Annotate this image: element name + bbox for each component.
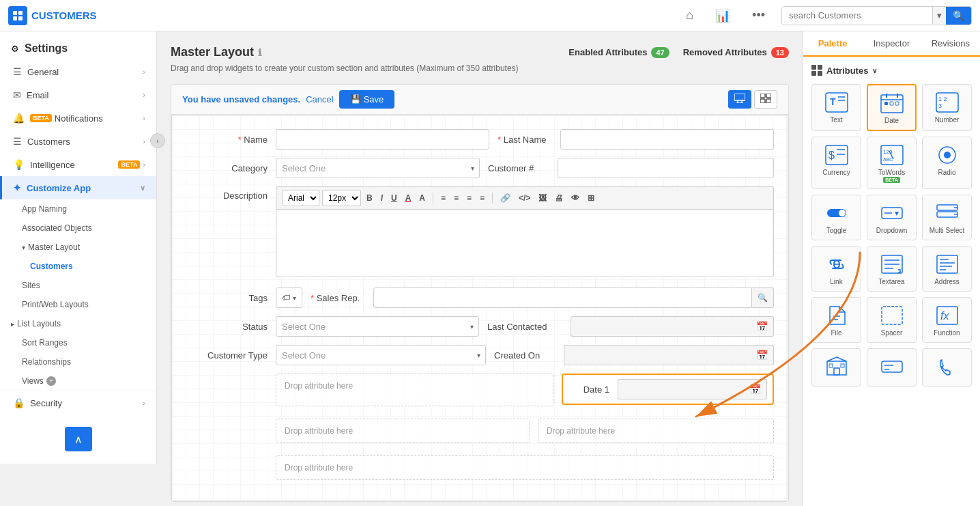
customer-num-input[interactable] bbox=[558, 158, 774, 178]
grid-view-button[interactable] bbox=[754, 90, 777, 109]
customer-type-select[interactable]: Select One bbox=[276, 345, 486, 365]
tab-palette[interactable]: Palette bbox=[803, 31, 862, 57]
search-input[interactable] bbox=[782, 7, 932, 24]
justify-button[interactable]: ≡ bbox=[477, 192, 487, 204]
palette-item-currency[interactable]: $ Currency bbox=[811, 137, 861, 189]
palette-item-dropdown[interactable]: Dropdown bbox=[867, 195, 917, 240]
calendar-icon-1[interactable]: 📅 bbox=[751, 316, 774, 337]
name-input[interactable] bbox=[276, 129, 489, 150]
svg-rect-15 bbox=[818, 71, 822, 76]
palette-item-extra2[interactable] bbox=[867, 348, 917, 386]
grid-icon bbox=[811, 65, 822, 76]
palette-item-spacer[interactable]: Spacer bbox=[867, 297, 917, 343]
date1-input[interactable] bbox=[618, 379, 744, 399]
sidebar-item-customers[interactable]: ☰ Customers › bbox=[0, 130, 156, 153]
link-button[interactable]: 🔗 bbox=[498, 192, 513, 204]
palette-item-toggle[interactable]: Toggle bbox=[811, 195, 861, 240]
palette-item-multiselect[interactable]: Multi Select bbox=[922, 195, 972, 240]
home-icon[interactable]: ⌂ bbox=[680, 5, 699, 25]
font-color-button[interactable]: A bbox=[403, 192, 414, 204]
calendar-icon-2[interactable]: 📅 bbox=[751, 345, 774, 365]
company-palette-icon bbox=[823, 354, 850, 379]
drop-zone-1[interactable]: Drop attribute here bbox=[276, 374, 553, 406]
last-contacted-label: Last Contacted bbox=[487, 322, 562, 332]
drop-zone-3[interactable]: Drop attribute here bbox=[538, 419, 774, 443]
cancel-button[interactable]: Cancel bbox=[306, 94, 333, 104]
align-right-button[interactable]: ≡ bbox=[464, 192, 474, 204]
search-button[interactable]: 🔍 bbox=[946, 7, 971, 25]
palette-item-number[interactable]: 1 23 Number bbox=[922, 84, 972, 131]
palette-item-link[interactable]: Link bbox=[811, 246, 861, 292]
sidebar-sub-relationships[interactable]: Relationships bbox=[0, 352, 156, 371]
sidebar-item-customize[interactable]: ✦ Customize App ∨ bbox=[0, 176, 156, 199]
palette-item-radio[interactable]: Radio bbox=[922, 137, 972, 189]
category-select[interactable]: Select One bbox=[276, 158, 480, 178]
code-button[interactable]: </> bbox=[516, 192, 533, 204]
attr-counts: Enabled Attributes 47 Removed Attributes… bbox=[568, 47, 789, 58]
sidebar-sub-customers[interactable]: Customers bbox=[0, 257, 156, 276]
palette-item-file[interactable]: File bbox=[811, 297, 861, 343]
views-plus-icon[interactable]: + bbox=[46, 376, 56, 386]
created-on-input[interactable] bbox=[564, 345, 751, 365]
palette-item-towords[interactable]: 123ABC ToWords BETA bbox=[867, 137, 917, 189]
italic-button[interactable]: I bbox=[378, 192, 386, 204]
last-name-input[interactable] bbox=[560, 129, 774, 150]
desktop-view-button[interactable] bbox=[728, 90, 751, 109]
last-contacted-input[interactable] bbox=[571, 316, 751, 337]
tab-inspector[interactable]: Inspector bbox=[862, 31, 921, 57]
status-select[interactable]: Select One bbox=[276, 316, 479, 337]
palette-item-address[interactable]: Address bbox=[922, 246, 972, 292]
scroll-up-button[interactable]: ∧ bbox=[65, 427, 92, 451]
bold-button[interactable]: B bbox=[364, 192, 375, 204]
sidebar-sub-associated-objects[interactable]: Associated Objects bbox=[0, 219, 156, 238]
sidebar-sub-master-layout[interactable]: ▾Master Layout bbox=[0, 238, 156, 257]
calendar-icon-3[interactable]: 📅 bbox=[744, 379, 767, 399]
save-button[interactable]: 💾 Save bbox=[339, 90, 395, 109]
palette-item-text[interactable]: T Text bbox=[811, 84, 861, 131]
palette-item-textarea[interactable]: Textarea bbox=[867, 246, 917, 292]
image-button[interactable]: 🖼 bbox=[536, 192, 549, 204]
align-left-button[interactable]: ≡ bbox=[438, 192, 448, 204]
sidebar-sub-sort-ranges[interactable]: Sort Ranges bbox=[0, 333, 156, 352]
table-button[interactable]: ⊞ bbox=[585, 192, 597, 204]
sidebar-sub-list-layouts[interactable]: ▸List Layouts bbox=[0, 314, 156, 333]
removed-label: Removed Attributes bbox=[683, 47, 767, 57]
sales-rep-input[interactable] bbox=[373, 287, 752, 308]
sidebar-sub-sites[interactable]: Sites bbox=[0, 276, 156, 295]
bg-color-button[interactable]: A bbox=[416, 192, 428, 204]
align-center-button[interactable]: ≡ bbox=[451, 192, 461, 204]
palette-item-function[interactable]: fx Function bbox=[922, 297, 972, 343]
app-logo[interactable]: CUSTOMERS bbox=[8, 6, 97, 25]
palette-item-phone[interactable] bbox=[922, 348, 972, 386]
sidebar-item-security[interactable]: 🔒 Security › bbox=[0, 391, 156, 414]
sidebar-item-intelligence[interactable]: 💡 Intelligence BETA › bbox=[0, 153, 156, 176]
collapse-sidebar-button[interactable]: ‹ bbox=[150, 133, 165, 148]
chevron-down-icon: ∨ bbox=[872, 67, 877, 74]
chart-icon[interactable]: 📊 bbox=[710, 5, 736, 26]
description-textarea[interactable] bbox=[276, 209, 774, 277]
eye-button[interactable]: 👁 bbox=[568, 192, 582, 204]
file-palette-label: File bbox=[831, 329, 841, 337]
drop-zone-4[interactable]: Drop attribute here bbox=[276, 455, 774, 480]
font-size-select[interactable]: 12px bbox=[322, 190, 361, 206]
palette-item-date[interactable]: Date bbox=[867, 84, 917, 131]
palette-item-company[interactable] bbox=[811, 348, 861, 386]
more-icon[interactable]: ••• bbox=[747, 5, 770, 25]
tags-field[interactable]: 🏷 ▾ bbox=[276, 287, 302, 308]
svg-rect-65 bbox=[834, 368, 839, 375]
info-icon[interactable]: ℹ bbox=[258, 47, 261, 58]
drop-zone-2[interactable]: Drop attribute here bbox=[276, 419, 530, 443]
print-button[interactable]: 🖨 bbox=[552, 192, 566, 204]
sidebar-sub-app-naming[interactable]: App Naming bbox=[0, 199, 156, 219]
underline-button[interactable]: U bbox=[388, 192, 400, 204]
sidebar-item-general[interactable]: ☰ General › bbox=[0, 60, 156, 83]
sales-rep-search-button[interactable]: 🔍 bbox=[752, 287, 774, 308]
svg-point-41 bbox=[839, 210, 846, 216]
sidebar-sub-print-web[interactable]: Print/Web Layouts bbox=[0, 295, 156, 314]
sidebar-sub-views[interactable]: Views + bbox=[0, 371, 156, 391]
sidebar-item-notifications[interactable]: 🔔 BETA Notifications › bbox=[0, 107, 156, 130]
sidebar-item-email[interactable]: ✉ Email › bbox=[0, 83, 156, 107]
tab-revisions[interactable]: Revisions bbox=[921, 31, 980, 57]
font-family-select[interactable]: Arial bbox=[282, 190, 319, 206]
search-dropdown-btn[interactable]: ▾ bbox=[932, 7, 946, 24]
